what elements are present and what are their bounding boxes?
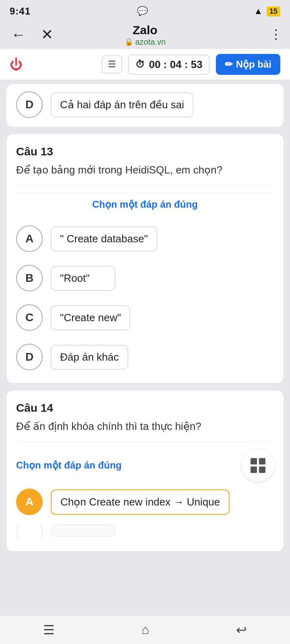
- nav-bar: ← ✕ Zalo 🔒 azota.vn ⋮: [0, 21, 290, 49]
- nav-center: Zalo 🔒 azota.vn: [124, 23, 166, 47]
- question-14-wrapper: Câu 14 Để ấn định khóa chính thì ta thực…: [0, 390, 290, 551]
- grid-cell: [251, 466, 257, 473]
- option-a-row-13[interactable]: A " Create database": [16, 225, 274, 252]
- grid-cell: [259, 466, 265, 473]
- option-a-box-14: Chọn Create new index → Unique: [51, 489, 230, 515]
- nav-title: Zalo: [124, 23, 166, 37]
- timer-value: 00 : 04 : 53: [149, 58, 203, 71]
- submit-label: Nộp bài: [236, 59, 271, 70]
- option-d-box-13: Đáp án khác: [51, 345, 128, 369]
- content-area: D Cả hai đáp án trên đều sai Câu 13 Để t…: [0, 84, 290, 567]
- nav-left: ← ✕: [8, 25, 56, 45]
- option-b-box-13: "Root": [51, 266, 115, 291]
- bottom-nav: ☰ ⌂ ↩: [0, 615, 290, 644]
- question-14-text: Để ấn định khóa chính thì ta thực hiện?: [16, 419, 274, 434]
- option-d-row: D Cả hai đáp án trên đều sai: [16, 91, 274, 118]
- option-d-circle-13[interactable]: D: [16, 344, 43, 370]
- status-right: ▲ 15: [254, 6, 280, 17]
- messenger-icon: 💬: [137, 6, 148, 17]
- question-14-number: Câu 14: [16, 402, 274, 415]
- lock-icon: 🔒: [124, 37, 133, 46]
- grid-float-button[interactable]: [242, 449, 274, 481]
- grid-cell: [251, 458, 257, 464]
- option-c-box-13: "Create new": [51, 305, 130, 330]
- power-button[interactable]: ⏻: [10, 57, 23, 72]
- timer-icon: ⏱: [135, 59, 145, 70]
- option-b-circle-14-partial: [16, 522, 43, 539]
- timer-display: ⏱ 00 : 04 : 53: [128, 55, 209, 74]
- card-divider: [16, 185, 274, 186]
- wifi-icon: ▲: [254, 6, 263, 17]
- question-13-text: Để tạo bảng mới trong HeidiSQL, em chọn?: [16, 162, 274, 178]
- option-d-circle[interactable]: D: [16, 91, 43, 118]
- card-divider-14: [16, 442, 274, 442]
- option-c-row-13[interactable]: C "Create new": [16, 304, 274, 331]
- option-b-box-14-partial: [51, 524, 115, 537]
- option-d-box: Cả hai đáp án trên đều sai: [51, 93, 193, 117]
- grid-cell: [259, 458, 265, 464]
- android-menu-button[interactable]: ☰: [32, 617, 66, 642]
- choose-label-14: Chọn một đáp án đúng: [16, 460, 122, 471]
- question-14-card: Câu 14 Để ấn định khóa chính thì ta thực…: [6, 390, 284, 551]
- option-b-circle-13[interactable]: B: [16, 265, 43, 291]
- submit-button[interactable]: ✏ Nộp bài: [216, 54, 280, 75]
- option-a-box-13: " Create database": [51, 227, 157, 251]
- question-13-card: Câu 13 Để tạo bảng mới trong HeidiSQL, e…: [6, 134, 284, 383]
- status-time: 9:41: [10, 6, 31, 17]
- back-button[interactable]: ←: [8, 25, 29, 45]
- option-a-circle-14[interactable]: A: [16, 489, 43, 515]
- option-b-row-14-partial: [16, 522, 274, 539]
- nav-right: ⋮: [269, 28, 282, 41]
- option-b-row-13[interactable]: B "Root": [16, 265, 274, 291]
- battery-indicator: 15: [267, 6, 280, 17]
- android-home-button[interactable]: ⌂: [130, 617, 160, 642]
- option-d-row-13[interactable]: D Đáp án khác: [16, 344, 274, 370]
- option-c-circle-13[interactable]: C: [16, 304, 43, 331]
- android-back-button[interactable]: ↩: [225, 617, 258, 642]
- question-13-number: Câu 13: [16, 145, 274, 158]
- submit-icon: ✏: [225, 59, 233, 70]
- more-button[interactable]: ⋮: [269, 28, 282, 41]
- grid-icon: [251, 458, 265, 473]
- options-list-13: A " Create database" B "Root" C "Create …: [16, 220, 274, 370]
- close-button[interactable]: ✕: [38, 25, 56, 45]
- choose-label-13: Chọn một đáp án đúng: [16, 193, 274, 210]
- status-bar: 9:41 💬 ▲ 15: [0, 0, 290, 21]
- nav-url: 🔒 azota.vn: [124, 37, 166, 47]
- option-a-row-14[interactable]: A Chọn Create new index → Unique: [16, 489, 274, 515]
- toolbar: ⏻ ☰ ⏱ 00 : 04 : 53 ✏ Nộp bài: [0, 49, 290, 80]
- previous-question-partial: D Cả hai đáp án trên đều sai: [6, 84, 284, 127]
- option-a-circle-13[interactable]: A: [16, 225, 43, 252]
- menu-button[interactable]: ☰: [102, 56, 122, 73]
